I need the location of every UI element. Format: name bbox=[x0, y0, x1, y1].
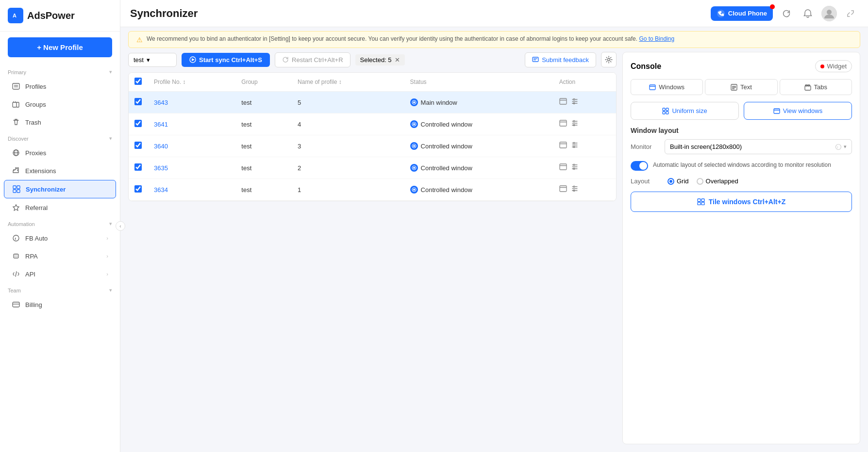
sidebar-item-billing[interactable]: Billing bbox=[4, 296, 116, 313]
view-windows-button[interactable]: View windows bbox=[744, 102, 852, 120]
cloud-phone-button[interactable]: Cloud Phone bbox=[711, 6, 773, 21]
layout-overlapped-option[interactable]: Overlapped bbox=[697, 178, 738, 185]
tab-windows[interactable]: Windows bbox=[631, 79, 703, 95]
profiles-table: Profile No. ↕ Group Name of profile ↕ St… bbox=[128, 72, 617, 201]
settings-action-icon[interactable] bbox=[571, 119, 579, 129]
col-status: Status bbox=[404, 73, 553, 92]
row-checkbox[interactable] bbox=[134, 120, 142, 127]
restart-button[interactable]: Restart Ctrl+Alt+R bbox=[275, 52, 350, 67]
table-toolbar: test ▾ Start sync Ctrl+Alt+S Restart Ctr… bbox=[128, 52, 617, 67]
team-section-header: Team ▾ bbox=[0, 283, 120, 295]
status-indicator bbox=[410, 142, 418, 150]
alert-banner: ⚠ We recommend you to bind an authentica… bbox=[128, 31, 860, 48]
new-profile-button[interactable]: + New Profile bbox=[8, 37, 112, 57]
sidebar-item-synchronizer[interactable]: Synchronizer bbox=[4, 180, 116, 198]
col-profile-no: Profile No. ↕ bbox=[148, 73, 235, 92]
svg-rect-58 bbox=[560, 186, 567, 192]
bell-icon-btn[interactable] bbox=[800, 6, 816, 21]
clear-selection-button[interactable]: ✕ bbox=[395, 56, 400, 64]
avatar[interactable] bbox=[821, 6, 837, 21]
svg-rect-72 bbox=[666, 108, 668, 111]
profile-status: Controlled window bbox=[404, 157, 553, 179]
row-checkbox[interactable] bbox=[134, 98, 142, 105]
profiles-icon bbox=[12, 82, 20, 91]
profile-name: 1 bbox=[292, 179, 404, 201]
settings-action-icon[interactable] bbox=[571, 141, 579, 151]
profile-status: Controlled window bbox=[404, 135, 553, 157]
table-row: 3640 test 3 Controlled window bbox=[129, 135, 616, 157]
widget-toggle[interactable]: Widget bbox=[815, 60, 852, 72]
profile-group: test bbox=[235, 179, 292, 201]
proxies-icon bbox=[12, 148, 20, 157]
profile-name: 5 bbox=[292, 92, 404, 113]
table-row: 3634 test 1 Controlled window bbox=[129, 179, 616, 201]
monitor-row: Monitor Built-in screen(1280x800) i ▾ bbox=[631, 139, 852, 154]
profile-number: 3635 bbox=[148, 157, 235, 179]
svg-rect-81 bbox=[698, 202, 701, 205]
col-name: Name of profile ↕ bbox=[292, 73, 404, 92]
row-checkbox[interactable] bbox=[134, 185, 142, 193]
profile-status: Main window bbox=[404, 92, 553, 113]
sidebar-item-api[interactable]: API › bbox=[4, 265, 116, 283]
submit-feedback-button[interactable]: Submit feedback bbox=[525, 52, 596, 67]
monitor-select[interactable]: Built-in screen(1280x800) i ▾ bbox=[665, 139, 852, 154]
status-indicator bbox=[410, 98, 418, 106]
content-area: test ▾ Start sync Ctrl+Alt+S Restart Ctr… bbox=[120, 48, 868, 452]
billing-icon bbox=[12, 300, 20, 309]
sidebar-item-referral[interactable]: Referral bbox=[4, 199, 116, 216]
status-indicator bbox=[410, 164, 418, 172]
svg-rect-75 bbox=[774, 109, 780, 113]
col-action: Action bbox=[553, 73, 616, 92]
svg-point-36 bbox=[573, 99, 575, 100]
svg-rect-21 bbox=[13, 302, 19, 307]
action-buttons: Uniform size View windows bbox=[631, 102, 852, 120]
rpa-icon bbox=[12, 252, 20, 260]
settings-icon-button[interactable] bbox=[601, 52, 617, 67]
row-checkbox[interactable] bbox=[134, 142, 142, 149]
warning-icon: ⚠ bbox=[136, 36, 143, 44]
groups-icon bbox=[12, 100, 20, 109]
window-icon[interactable] bbox=[559, 185, 567, 194]
window-icon[interactable] bbox=[559, 98, 567, 107]
svg-point-77 bbox=[836, 144, 841, 149]
select-all-checkbox[interactable] bbox=[134, 78, 142, 85]
tab-text[interactable]: Text bbox=[705, 79, 777, 95]
tile-windows-button[interactable]: Tile windows Ctrl+Alt+Z bbox=[631, 192, 852, 212]
window-icon[interactable] bbox=[559, 120, 567, 129]
uniform-size-button[interactable]: Uniform size bbox=[631, 102, 739, 120]
svg-point-16 bbox=[13, 235, 19, 241]
svg-point-25 bbox=[827, 10, 832, 15]
sidebar-item-trash[interactable]: Trash bbox=[4, 113, 116, 131]
auto-layout-toggle[interactable] bbox=[631, 161, 648, 171]
sidebar-item-extensions[interactable]: Extensions bbox=[4, 162, 116, 179]
window-icon[interactable] bbox=[559, 142, 567, 150]
sidebar-item-groups[interactable]: Groups bbox=[4, 96, 116, 113]
svg-rect-2 bbox=[13, 83, 19, 89]
profile-group: test bbox=[235, 113, 292, 135]
page-title: Synchronizer bbox=[130, 7, 711, 20]
profile-status: Controlled window bbox=[404, 113, 553, 135]
refresh-icon-btn[interactable] bbox=[779, 6, 794, 21]
svg-rect-70 bbox=[808, 85, 810, 86]
group-select[interactable]: test ▾ bbox=[128, 53, 177, 67]
row-checkbox[interactable] bbox=[134, 163, 142, 171]
layout-grid-option[interactable]: Grid bbox=[668, 178, 689, 185]
start-sync-button[interactable]: Start sync Ctrl+Alt+S bbox=[182, 53, 270, 67]
sidebar-item-rpa[interactable]: RPA › bbox=[4, 247, 116, 265]
expand-icon-btn[interactable] bbox=[843, 6, 858, 21]
sidebar-item-proxies[interactable]: Proxies bbox=[4, 144, 116, 161]
sidebar-item-profiles[interactable]: Profiles bbox=[4, 78, 116, 95]
settings-action-icon[interactable] bbox=[571, 97, 579, 107]
profile-number: 3640 bbox=[148, 135, 235, 157]
grid-radio[interactable] bbox=[668, 178, 674, 185]
settings-action-icon[interactable] bbox=[571, 163, 579, 173]
profile-actions bbox=[553, 135, 616, 157]
window-icon[interactable] bbox=[559, 163, 567, 172]
overlapped-radio[interactable] bbox=[697, 178, 703, 185]
tab-tabs[interactable]: Tabs bbox=[780, 79, 852, 95]
svg-rect-79 bbox=[698, 199, 701, 202]
go-to-binding-link[interactable]: Go to Binding bbox=[639, 35, 674, 42]
settings-action-icon[interactable] bbox=[571, 185, 579, 194]
sidebar-item-fb-auto[interactable]: f FB Auto › bbox=[4, 229, 116, 247]
svg-rect-11 bbox=[13, 186, 16, 189]
